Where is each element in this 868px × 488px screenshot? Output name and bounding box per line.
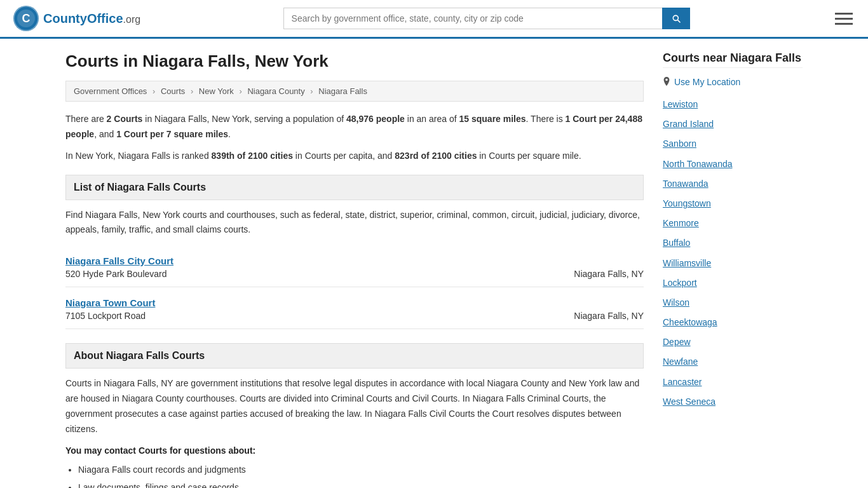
sidebar-link-grand-island[interactable]: Grand Island xyxy=(663,114,803,134)
main-container: Courts in Niagara Falls, New York Govern… xyxy=(53,39,815,488)
sidebar-link-tonawanda[interactable]: Tonawanda xyxy=(663,174,803,194)
court-name-1[interactable]: Niagara Falls City Court xyxy=(65,255,644,266)
hamburger-menu-button[interactable] xyxy=(832,10,855,27)
page-title: Courts in Niagara Falls, New York xyxy=(65,51,644,71)
sidebar-link-sanborn[interactable]: Sanborn xyxy=(663,134,803,154)
logo-area: C CountyOffice.org xyxy=(13,5,140,32)
court-details-2: 7105 Lockport Road Niagara Falls, NY xyxy=(65,311,644,321)
court-entry-1: Niagara Falls City Court 520 Hyde Park B… xyxy=(65,248,644,287)
list-description: Find Niagara Falls, New York courts and … xyxy=(65,208,644,236)
logo-text: CountyOffice.org xyxy=(43,11,140,26)
svg-text:C: C xyxy=(22,12,31,25)
breadcrumb: Government Offices › Courts › New York ›… xyxy=(65,81,644,102)
contact-header: You may contact Courts for questions abo… xyxy=(65,445,644,456)
search-button[interactable] xyxy=(662,8,690,29)
logo-icon: C xyxy=(13,5,39,32)
search-input[interactable] xyxy=(283,8,662,29)
breadcrumb-niagara-falls[interactable]: Niagara Falls xyxy=(318,86,367,96)
about-section: About Niagara Falls Courts Courts in Nia… xyxy=(65,343,644,488)
contact-item-2: Law documents, filings and case records xyxy=(78,478,644,488)
breadcrumb-courts[interactable]: Courts xyxy=(161,86,185,96)
stats-text: There are 2 Courts in Niagara Falls, New… xyxy=(65,112,644,142)
courts-label: Courts xyxy=(114,114,142,124)
sidebar-link-lancaster[interactable]: Lancaster xyxy=(663,372,803,392)
court-address-1: 520 Hyde Park Boulevard xyxy=(65,269,167,279)
sidebar: Courts near Niagara Falls Use My Locatio… xyxy=(663,51,803,488)
sidebar-link-north-tonawanda[interactable]: North Tonawanda xyxy=(663,154,803,174)
court-city-1: Niagara Falls, NY xyxy=(574,269,644,279)
contact-list: Niagara Falls court records and judgment… xyxy=(65,461,644,488)
sidebar-link-buffalo[interactable]: Buffalo xyxy=(663,233,803,253)
area: 15 square miles xyxy=(459,114,526,124)
sidebar-link-depew[interactable]: Depew xyxy=(663,332,803,352)
list-section-header: List of Niagara Falls Courts xyxy=(65,175,644,200)
hamburger-line-3 xyxy=(835,23,853,25)
breadcrumb-gov-offices[interactable]: Government Offices xyxy=(74,86,147,96)
hamburger-line-1 xyxy=(835,13,853,15)
court-city-2: Niagara Falls, NY xyxy=(574,311,644,321)
sidebar-link-williamsville[interactable]: Williamsville xyxy=(663,254,803,273)
court-details-1: 520 Hyde Park Boulevard Niagara Falls, N… xyxy=(65,269,644,279)
sidebar-link-newfane[interactable]: Newfane xyxy=(663,352,803,372)
court-address-2: 7105 Lockport Road xyxy=(65,311,146,321)
use-location-button[interactable]: Use My Location xyxy=(663,77,803,87)
breadcrumb-niagara-county[interactable]: Niagara County xyxy=(247,86,304,96)
pop-label: people xyxy=(376,114,405,124)
rank-text: In New York, Niagara Falls is ranked 839… xyxy=(65,149,644,164)
search-area xyxy=(283,8,690,29)
use-location-label: Use My Location xyxy=(674,77,740,87)
rank-city: 839th of 2100 cities xyxy=(212,151,293,161)
about-section-header: About Niagara Falls Courts xyxy=(65,343,644,369)
site-header: C CountyOffice.org xyxy=(0,0,868,39)
sidebar-link-lewiston[interactable]: Lewiston xyxy=(663,95,803,114)
breadcrumb-new-york[interactable]: New York xyxy=(199,86,234,96)
sidebar-link-lockport[interactable]: Lockport xyxy=(663,273,803,293)
content-area: Courts in Niagara Falls, New York Govern… xyxy=(65,51,644,488)
sidebar-link-wilson[interactable]: Wilson xyxy=(663,293,803,313)
search-icon xyxy=(671,13,681,24)
about-text: Courts in Niagara Falls, NY are governme… xyxy=(65,376,644,437)
sidebar-link-cheektowaga[interactable]: Cheektowaga xyxy=(663,313,803,332)
population: 48,976 xyxy=(346,114,374,124)
sidebar-link-kenmore[interactable]: Kenmore xyxy=(663,214,803,233)
sidebar-link-youngstown[interactable]: Youngstown xyxy=(663,194,803,214)
court-name-2[interactable]: Niagara Town Court xyxy=(65,297,644,308)
rank-sqmile: 823rd of 2100 cities xyxy=(395,151,477,161)
contact-item-1: Niagara Falls court records and judgment… xyxy=(78,461,644,478)
location-pin-icon xyxy=(663,77,670,87)
sidebar-link-west-seneca[interactable]: West Seneca xyxy=(663,392,803,412)
court-count: 2 xyxy=(107,114,112,124)
city-name: Niagara Falls, New York xyxy=(154,114,249,124)
court-entry-2: Niagara Town Court 7105 Lockport Road Ni… xyxy=(65,290,644,329)
per-sqmile: 1 Court per 7 square miles xyxy=(116,129,228,139)
hamburger-line-2 xyxy=(835,18,853,20)
sidebar-title: Courts near Niagara Falls xyxy=(663,51,803,68)
